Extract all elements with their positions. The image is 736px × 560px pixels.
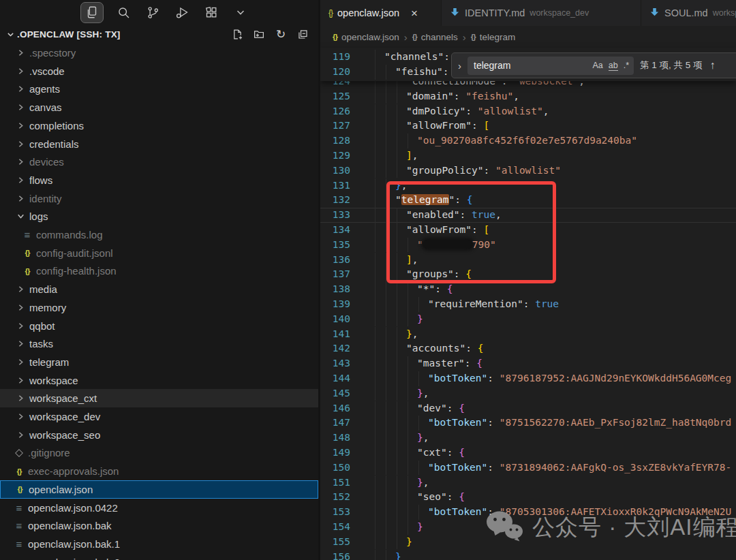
line-number: 155 (320, 535, 350, 550)
activity-search-icon[interactable] (114, 3, 133, 22)
tree-item-commands.log[interactable]: ≡commands.log (0, 225, 318, 244)
line-number: 140 (320, 312, 350, 327)
chevron-right-icon (15, 394, 26, 403)
indent-guide (386, 119, 386, 134)
code-line-142: 142"accounts": { (320, 341, 736, 356)
tree-item-workspace_dev[interactable]: workspace_dev (0, 407, 318, 426)
indent-guide (375, 149, 375, 164)
breadcrumb-item-telegram[interactable]: {}telegram (471, 32, 515, 42)
tree-item-flows[interactable]: flows (0, 171, 318, 189)
code-text: "*": { (417, 282, 453, 297)
tree-item-memory[interactable]: memory (0, 298, 318, 317)
indent-guide (386, 149, 386, 164)
whole-word-toggle[interactable]: ab (609, 61, 618, 71)
tree-item-devices[interactable]: devices (0, 153, 318, 171)
close-icon[interactable]: × (411, 7, 418, 19)
indent-guide (375, 267, 375, 282)
breadcrumb-label: telegram (480, 32, 516, 42)
log-file-icon: ≡ (22, 229, 33, 240)
activity-source-control-icon[interactable] (143, 3, 162, 22)
activity-extensions-icon[interactable] (202, 3, 221, 22)
tree-item-agents[interactable]: agents (0, 80, 318, 98)
tree-item-openclaw.json[interactable]: {}openclaw.json (0, 480, 318, 499)
tree-item-logs[interactable]: logs (0, 207, 318, 225)
code-text: "groupPolicy": "allowlist" (406, 164, 561, 178)
chevron-right-icon (15, 67, 26, 76)
token: "feishu" (465, 91, 513, 102)
breadcrumb-item-openclaw.json[interactable]: {}openclaw.json (333, 32, 399, 42)
tree-item-.specstory[interactable]: .specstory (0, 44, 318, 62)
log-file-icon: ≡ (14, 520, 25, 531)
indent-guide (408, 490, 408, 505)
new-file-icon[interactable] (231, 28, 243, 40)
chevron-right-icon (15, 157, 26, 166)
tree-item-config-health.json[interactable]: {}config-health.json (0, 262, 318, 280)
indent-guide (375, 65, 375, 80)
chevron-right-icon (15, 303, 26, 312)
indent-guide (386, 327, 386, 342)
tree-item-label: identity (29, 193, 62, 204)
breadcrumb-item-channels[interactable]: {}channels (412, 32, 458, 42)
code-editor[interactable]: 124"connectionMode": "websocket",125"dom… (320, 48, 736, 560)
indent-guide (397, 282, 397, 297)
find-input[interactable] (472, 59, 587, 72)
tree-item-label: openclaw.json (29, 484, 93, 495)
code-line-140: 140} (320, 312, 736, 327)
tree-item-identity[interactable]: identity (0, 189, 318, 208)
code-text: ], (406, 149, 418, 164)
indent-guide (386, 164, 386, 178)
indent-guide (375, 253, 375, 268)
tree-item-label: openclaw.json.0422 (28, 502, 118, 514)
tree-item-exec-approvals.json[interactable]: {}exec-approvals.json (0, 462, 318, 480)
find-expand-chevron[interactable]: › (458, 60, 461, 72)
tree-item-config-audit.jsonl[interactable]: {}config-audit.jsonl (0, 244, 318, 262)
indent-guide (386, 89, 386, 104)
indent-guide (408, 446, 408, 461)
tree-item-telegram[interactable]: telegram (0, 353, 318, 371)
previous-match-icon[interactable]: ↑ (710, 59, 716, 72)
match-case-toggle[interactable]: Aa (592, 61, 602, 70)
tree-item-.gitignore[interactable]: .gitignore (0, 444, 318, 462)
tree-item-canvas[interactable]: canvas (0, 98, 318, 116)
tree-item-workspace_cxt[interactable]: workspace_cxt (0, 389, 318, 407)
tree-item-workspace_seo[interactable]: workspace_seo (0, 426, 318, 444)
new-folder-icon[interactable] (253, 28, 265, 40)
collapse-all-icon[interactable] (296, 28, 309, 40)
token: : (447, 403, 459, 414)
tree-item-openclaw.json.0422[interactable]: ≡openclaw.json.0422 (0, 499, 318, 517)
activity-run-debug-icon[interactable] (172, 3, 191, 22)
vscode-window: { "activity_bar": { "items": [ {"name": … (0, 0, 736, 560)
line-number: 144 (320, 371, 350, 386)
indent-guide (397, 341, 397, 356)
tab-openclaw.json[interactable]: {}openclaw.json× (320, 0, 442, 26)
activity-explorer-icon[interactable] (80, 2, 104, 23)
refresh-icon[interactable]: ↻ (275, 28, 287, 40)
tree-item-openclaw.json.bak.1[interactable]: ≡openclaw.json.bak.1 (0, 535, 318, 553)
chevron-right-icon (15, 194, 26, 203)
tree-item-qqbot[interactable]: qqbot (0, 317, 318, 335)
tab-IDENTITY.md[interactable]: IDENTITY.mdworkspace_dev (442, 0, 641, 26)
tab-description: workspace_dev (713, 8, 736, 18)
line-number: 151 (320, 476, 350, 491)
indent-guide (375, 327, 375, 342)
tree-item-workspace[interactable]: workspace (0, 371, 318, 390)
tree-item-completions[interactable]: completions (0, 116, 318, 135)
tab-SOUL.md[interactable]: SOUL.mdworkspace_dev (641, 0, 736, 26)
tree-item-media[interactable]: media (0, 280, 318, 298)
line-number: 129 (320, 149, 350, 164)
regex-toggle[interactable]: .* (624, 61, 629, 70)
line-number: 154 (320, 520, 350, 535)
indent-guide (408, 401, 408, 416)
tree-item-openclaw.json.bak[interactable]: ≡openclaw.json.bak (0, 516, 318, 535)
tree-item-tasks[interactable]: tasks (0, 335, 318, 353)
token: } (417, 521, 423, 532)
tree-item-.vscode[interactable]: .vscode (0, 62, 318, 80)
tree-item-credentials[interactable]: credentials (0, 135, 318, 153)
indent-guide (386, 446, 386, 461)
chevron-down-icon[interactable] (6, 30, 15, 39)
line-number: 128 (320, 134, 350, 149)
indent-guide (386, 401, 386, 416)
tree-item-openclaw.json.bak.2[interactable]: ≡openclaw.json.bak.2 (0, 553, 318, 560)
activity-views-chevron-icon[interactable] (231, 3, 250, 22)
code-text: } (406, 535, 412, 550)
